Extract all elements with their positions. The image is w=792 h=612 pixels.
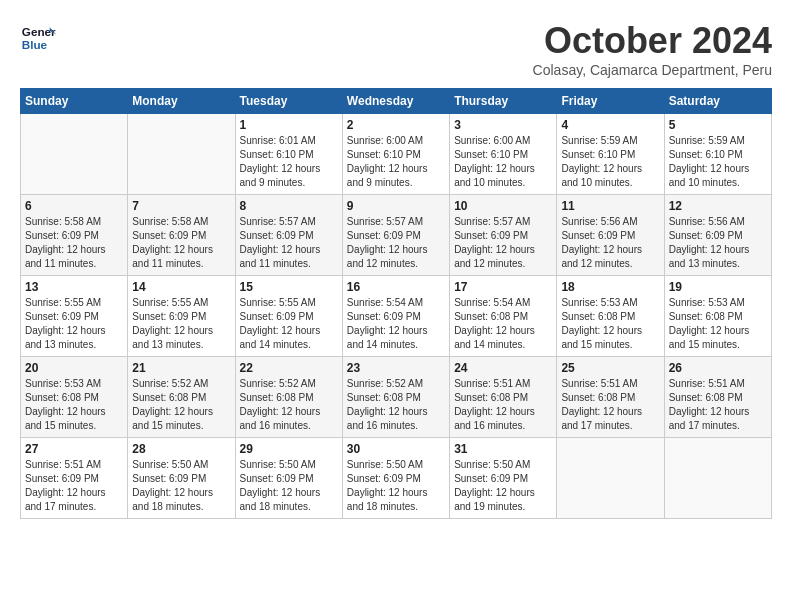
day-number: 2 bbox=[347, 118, 445, 132]
day-number: 20 bbox=[25, 361, 123, 375]
day-info: Sunrise: 5:55 AM Sunset: 6:09 PM Dayligh… bbox=[240, 296, 338, 352]
calendar-week-row: 1Sunrise: 6:01 AM Sunset: 6:10 PM Daylig… bbox=[21, 114, 772, 195]
calendar-day-cell: 20Sunrise: 5:53 AM Sunset: 6:08 PM Dayli… bbox=[21, 357, 128, 438]
calendar-day-cell: 30Sunrise: 5:50 AM Sunset: 6:09 PM Dayli… bbox=[342, 438, 449, 519]
logo-icon: General Blue bbox=[20, 20, 56, 56]
day-info: Sunrise: 5:56 AM Sunset: 6:09 PM Dayligh… bbox=[561, 215, 659, 271]
calendar-day-cell: 16Sunrise: 5:54 AM Sunset: 6:09 PM Dayli… bbox=[342, 276, 449, 357]
svg-text:Blue: Blue bbox=[22, 38, 48, 51]
page-header: General Blue October 2024 Colasay, Cajam… bbox=[20, 20, 772, 78]
day-number: 23 bbox=[347, 361, 445, 375]
day-number: 28 bbox=[132, 442, 230, 456]
day-info: Sunrise: 5:56 AM Sunset: 6:09 PM Dayligh… bbox=[669, 215, 767, 271]
day-number: 29 bbox=[240, 442, 338, 456]
calendar-day-cell: 3Sunrise: 6:00 AM Sunset: 6:10 PM Daylig… bbox=[450, 114, 557, 195]
logo: General Blue bbox=[20, 20, 56, 56]
weekday-header-monday: Monday bbox=[128, 89, 235, 114]
day-number: 22 bbox=[240, 361, 338, 375]
day-info: Sunrise: 5:52 AM Sunset: 6:08 PM Dayligh… bbox=[132, 377, 230, 433]
day-info: Sunrise: 5:50 AM Sunset: 6:09 PM Dayligh… bbox=[347, 458, 445, 514]
day-number: 13 bbox=[25, 280, 123, 294]
calendar-day-cell: 10Sunrise: 5:57 AM Sunset: 6:09 PM Dayli… bbox=[450, 195, 557, 276]
day-info: Sunrise: 5:57 AM Sunset: 6:09 PM Dayligh… bbox=[240, 215, 338, 271]
day-number: 16 bbox=[347, 280, 445, 294]
day-number: 7 bbox=[132, 199, 230, 213]
calendar-day-cell: 12Sunrise: 5:56 AM Sunset: 6:09 PM Dayli… bbox=[664, 195, 771, 276]
day-number: 25 bbox=[561, 361, 659, 375]
day-number: 9 bbox=[347, 199, 445, 213]
day-number: 6 bbox=[25, 199, 123, 213]
day-number: 30 bbox=[347, 442, 445, 456]
day-info: Sunrise: 5:53 AM Sunset: 6:08 PM Dayligh… bbox=[561, 296, 659, 352]
day-number: 5 bbox=[669, 118, 767, 132]
calendar-day-cell: 13Sunrise: 5:55 AM Sunset: 6:09 PM Dayli… bbox=[21, 276, 128, 357]
day-info: Sunrise: 5:57 AM Sunset: 6:09 PM Dayligh… bbox=[454, 215, 552, 271]
day-number: 10 bbox=[454, 199, 552, 213]
calendar-day-cell: 24Sunrise: 5:51 AM Sunset: 6:08 PM Dayli… bbox=[450, 357, 557, 438]
calendar-day-cell: 21Sunrise: 5:52 AM Sunset: 6:08 PM Dayli… bbox=[128, 357, 235, 438]
svg-text:General: General bbox=[22, 25, 56, 38]
day-number: 8 bbox=[240, 199, 338, 213]
day-info: Sunrise: 5:58 AM Sunset: 6:09 PM Dayligh… bbox=[25, 215, 123, 271]
day-info: Sunrise: 6:00 AM Sunset: 6:10 PM Dayligh… bbox=[347, 134, 445, 190]
day-number: 24 bbox=[454, 361, 552, 375]
calendar-day-cell: 29Sunrise: 5:50 AM Sunset: 6:09 PM Dayli… bbox=[235, 438, 342, 519]
calendar-day-cell: 8Sunrise: 5:57 AM Sunset: 6:09 PM Daylig… bbox=[235, 195, 342, 276]
day-info: Sunrise: 5:51 AM Sunset: 6:08 PM Dayligh… bbox=[561, 377, 659, 433]
calendar-day-cell bbox=[128, 114, 235, 195]
calendar-day-cell: 28Sunrise: 5:50 AM Sunset: 6:09 PM Dayli… bbox=[128, 438, 235, 519]
day-number: 1 bbox=[240, 118, 338, 132]
day-info: Sunrise: 5:51 AM Sunset: 6:08 PM Dayligh… bbox=[669, 377, 767, 433]
day-number: 27 bbox=[25, 442, 123, 456]
day-number: 3 bbox=[454, 118, 552, 132]
day-info: Sunrise: 5:54 AM Sunset: 6:08 PM Dayligh… bbox=[454, 296, 552, 352]
day-info: Sunrise: 5:55 AM Sunset: 6:09 PM Dayligh… bbox=[132, 296, 230, 352]
calendar-day-cell: 19Sunrise: 5:53 AM Sunset: 6:08 PM Dayli… bbox=[664, 276, 771, 357]
calendar-day-cell: 14Sunrise: 5:55 AM Sunset: 6:09 PM Dayli… bbox=[128, 276, 235, 357]
day-info: Sunrise: 5:53 AM Sunset: 6:08 PM Dayligh… bbox=[25, 377, 123, 433]
month-title: October 2024 bbox=[533, 20, 772, 62]
day-number: 14 bbox=[132, 280, 230, 294]
day-info: Sunrise: 5:59 AM Sunset: 6:10 PM Dayligh… bbox=[669, 134, 767, 190]
day-info: Sunrise: 5:50 AM Sunset: 6:09 PM Dayligh… bbox=[454, 458, 552, 514]
day-info: Sunrise: 5:57 AM Sunset: 6:09 PM Dayligh… bbox=[347, 215, 445, 271]
location-subtitle: Colasay, Cajamarca Department, Peru bbox=[533, 62, 772, 78]
calendar-day-cell: 31Sunrise: 5:50 AM Sunset: 6:09 PM Dayli… bbox=[450, 438, 557, 519]
weekday-header-friday: Friday bbox=[557, 89, 664, 114]
calendar-day-cell: 23Sunrise: 5:52 AM Sunset: 6:08 PM Dayli… bbox=[342, 357, 449, 438]
calendar-day-cell: 1Sunrise: 6:01 AM Sunset: 6:10 PM Daylig… bbox=[235, 114, 342, 195]
calendar-day-cell: 5Sunrise: 5:59 AM Sunset: 6:10 PM Daylig… bbox=[664, 114, 771, 195]
day-number: 17 bbox=[454, 280, 552, 294]
weekday-header-saturday: Saturday bbox=[664, 89, 771, 114]
day-info: Sunrise: 5:50 AM Sunset: 6:09 PM Dayligh… bbox=[240, 458, 338, 514]
calendar-day-cell: 22Sunrise: 5:52 AM Sunset: 6:08 PM Dayli… bbox=[235, 357, 342, 438]
calendar-day-cell: 26Sunrise: 5:51 AM Sunset: 6:08 PM Dayli… bbox=[664, 357, 771, 438]
day-info: Sunrise: 5:52 AM Sunset: 6:08 PM Dayligh… bbox=[240, 377, 338, 433]
day-number: 4 bbox=[561, 118, 659, 132]
day-number: 11 bbox=[561, 199, 659, 213]
weekday-header-row: SundayMondayTuesdayWednesdayThursdayFrid… bbox=[21, 89, 772, 114]
weekday-header-wednesday: Wednesday bbox=[342, 89, 449, 114]
day-number: 12 bbox=[669, 199, 767, 213]
day-info: Sunrise: 5:53 AM Sunset: 6:08 PM Dayligh… bbox=[669, 296, 767, 352]
weekday-header-sunday: Sunday bbox=[21, 89, 128, 114]
day-number: 19 bbox=[669, 280, 767, 294]
day-info: Sunrise: 6:00 AM Sunset: 6:10 PM Dayligh… bbox=[454, 134, 552, 190]
title-area: October 2024 Colasay, Cajamarca Departme… bbox=[533, 20, 772, 78]
calendar-week-row: 20Sunrise: 5:53 AM Sunset: 6:08 PM Dayli… bbox=[21, 357, 772, 438]
calendar-day-cell: 7Sunrise: 5:58 AM Sunset: 6:09 PM Daylig… bbox=[128, 195, 235, 276]
day-number: 18 bbox=[561, 280, 659, 294]
weekday-header-tuesday: Tuesday bbox=[235, 89, 342, 114]
day-info: Sunrise: 6:01 AM Sunset: 6:10 PM Dayligh… bbox=[240, 134, 338, 190]
calendar-table: SundayMondayTuesdayWednesdayThursdayFrid… bbox=[20, 88, 772, 519]
calendar-week-row: 6Sunrise: 5:58 AM Sunset: 6:09 PM Daylig… bbox=[21, 195, 772, 276]
day-number: 26 bbox=[669, 361, 767, 375]
calendar-day-cell: 17Sunrise: 5:54 AM Sunset: 6:08 PM Dayli… bbox=[450, 276, 557, 357]
calendar-day-cell: 9Sunrise: 5:57 AM Sunset: 6:09 PM Daylig… bbox=[342, 195, 449, 276]
day-info: Sunrise: 5:51 AM Sunset: 6:09 PM Dayligh… bbox=[25, 458, 123, 514]
calendar-day-cell: 11Sunrise: 5:56 AM Sunset: 6:09 PM Dayli… bbox=[557, 195, 664, 276]
day-info: Sunrise: 5:58 AM Sunset: 6:09 PM Dayligh… bbox=[132, 215, 230, 271]
day-info: Sunrise: 5:52 AM Sunset: 6:08 PM Dayligh… bbox=[347, 377, 445, 433]
day-info: Sunrise: 5:55 AM Sunset: 6:09 PM Dayligh… bbox=[25, 296, 123, 352]
calendar-week-row: 13Sunrise: 5:55 AM Sunset: 6:09 PM Dayli… bbox=[21, 276, 772, 357]
